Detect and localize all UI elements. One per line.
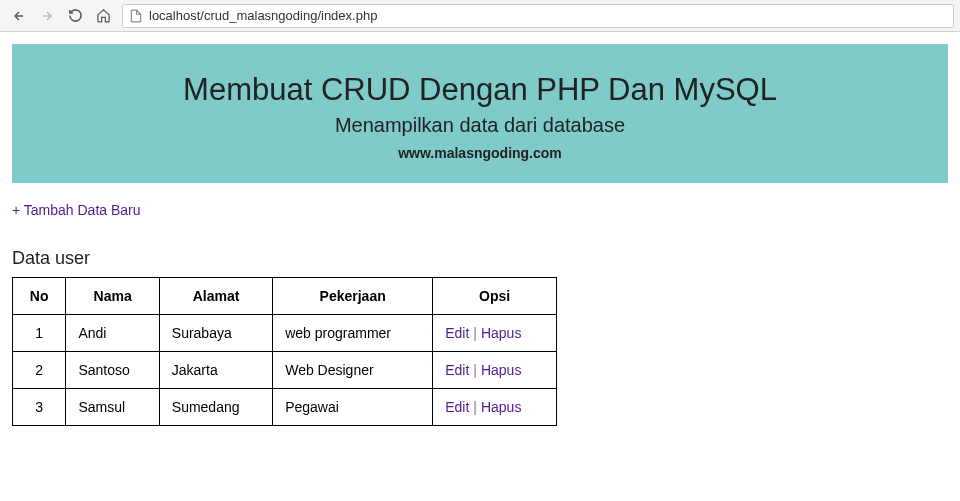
hapus-link[interactable]: Hapus — [481, 362, 521, 378]
forward-button[interactable] — [34, 4, 60, 28]
browser-toolbar: localhost/crud_malasngoding/index.php — [0, 0, 960, 32]
home-button[interactable] — [90, 4, 116, 28]
col-opsi: Opsi — [433, 278, 557, 315]
edit-link[interactable]: Edit — [445, 362, 469, 378]
home-icon — [96, 8, 111, 23]
cell-pekerjaan: Web Designer — [273, 352, 433, 389]
separator: | — [469, 399, 481, 415]
arrow-left-icon — [12, 9, 26, 23]
cell-no: 3 — [13, 389, 66, 426]
col-nama: Nama — [66, 278, 159, 315]
cell-opsi: Edit|Hapus — [433, 352, 557, 389]
edit-link[interactable]: Edit — [445, 325, 469, 341]
page-icon — [129, 9, 143, 23]
cell-opsi: Edit|Hapus — [433, 389, 557, 426]
col-pekerjaan: Pekerjaan — [273, 278, 433, 315]
cell-nama: Santoso — [66, 352, 159, 389]
arrow-right-icon — [40, 9, 54, 23]
separator: | — [469, 362, 481, 378]
table-row: 2SantosoJakartaWeb DesignerEdit|Hapus — [13, 352, 557, 389]
page-content: Membuat CRUD Dengan PHP Dan MySQL Menamp… — [0, 32, 960, 438]
page-title: Membuat CRUD Dengan PHP Dan MySQL — [32, 72, 928, 108]
back-button[interactable] — [6, 4, 32, 28]
page-subtitle: Menampilkan data dari database — [32, 114, 928, 137]
col-alamat: Alamat — [159, 278, 272, 315]
table-row: 1AndiSurabayaweb programmerEdit|Hapus — [13, 315, 557, 352]
cell-pekerjaan: web programmer — [273, 315, 433, 352]
cell-no: 2 — [13, 352, 66, 389]
site-name: www.malasngoding.com — [32, 145, 928, 161]
cell-alamat: Surabaya — [159, 315, 272, 352]
address-bar[interactable]: localhost/crud_malasngoding/index.php — [122, 4, 954, 28]
reload-icon — [68, 8, 83, 23]
cell-alamat: Jakarta — [159, 352, 272, 389]
hapus-link[interactable]: Hapus — [481, 399, 521, 415]
url-text: localhost/crud_malasngoding/index.php — [149, 8, 377, 23]
header-banner: Membuat CRUD Dengan PHP Dan MySQL Menamp… — [12, 44, 948, 183]
main-content: + Tambah Data Baru Data user No Nama Ala… — [12, 183, 948, 426]
table-title: Data user — [12, 248, 948, 269]
col-no: No — [13, 278, 66, 315]
table-header-row: No Nama Alamat Pekerjaan Opsi — [13, 278, 557, 315]
cell-opsi: Edit|Hapus — [433, 315, 557, 352]
cell-alamat: Sumedang — [159, 389, 272, 426]
cell-no: 1 — [13, 315, 66, 352]
cell-nama: Samsul — [66, 389, 159, 426]
reload-button[interactable] — [62, 4, 88, 28]
data-table: No Nama Alamat Pekerjaan Opsi 1AndiSurab… — [12, 277, 557, 426]
cell-nama: Andi — [66, 315, 159, 352]
add-data-link[interactable]: + Tambah Data Baru — [12, 202, 141, 218]
cell-pekerjaan: Pegawai — [273, 389, 433, 426]
separator: | — [469, 325, 481, 341]
hapus-link[interactable]: Hapus — [481, 325, 521, 341]
table-row: 3SamsulSumedangPegawaiEdit|Hapus — [13, 389, 557, 426]
edit-link[interactable]: Edit — [445, 399, 469, 415]
